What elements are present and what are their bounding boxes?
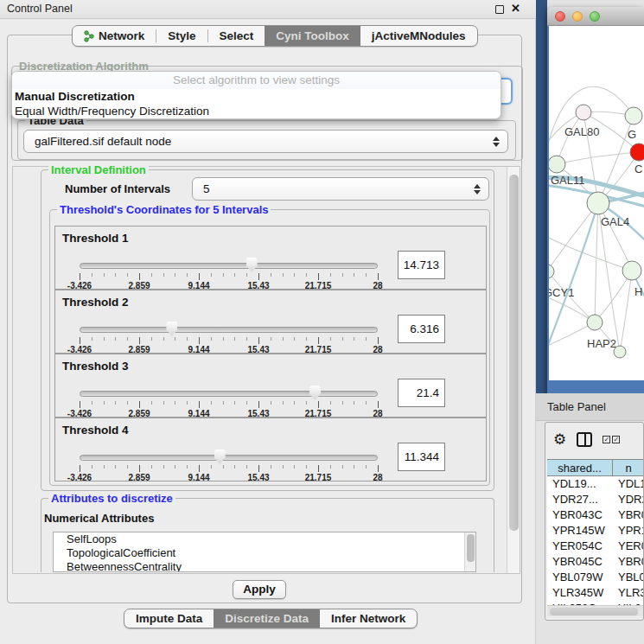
tick-mark (115, 401, 116, 405)
vertical-scrollbar[interactable] (507, 167, 520, 573)
slider-thumb[interactable] (246, 258, 258, 272)
network-node[interactable] (622, 261, 641, 280)
algorithm-option[interactable]: Equal Width/Frequency Discretization (12, 104, 501, 118)
table-row[interactable]: YBR043CYBR0 (547, 507, 644, 523)
network-canvas[interactable]: GAL80GCGAL11GAL4GCY1HHAP2 (549, 26, 644, 380)
slider-thumb[interactable] (309, 386, 321, 400)
tick-mark (318, 337, 319, 344)
network-node[interactable] (587, 192, 609, 214)
tick-mark (92, 273, 92, 277)
network-icon (84, 30, 94, 42)
tick-mark (127, 401, 128, 405)
bottom-tab-infer-network[interactable]: Infer Network (320, 609, 417, 628)
table-cell: YBR043C (547, 507, 613, 523)
slider-track[interactable] (80, 263, 378, 269)
table-row[interactable]: YER054CYER0 (547, 539, 644, 554)
table-row[interactable]: YBR045CYBR0 (547, 554, 644, 570)
threshold-block: Threshold 1-3.4262.8599.14415.4321.71528… (54, 226, 487, 290)
table-data-combobox[interactable]: galFiltered.sif default node (23, 130, 508, 153)
tab-jactivemnodules[interactable]: jActiveMNodules (360, 26, 477, 46)
tick-mark (139, 465, 140, 472)
tick-mark (342, 337, 343, 341)
numerical-attributes-list[interactable]: SelfLoopsTopologicalCoefficientBetweenne… (53, 532, 476, 572)
threshold-value-field[interactable]: 14.713 (398, 251, 445, 279)
number-of-intervals-combobox[interactable]: 5 (192, 177, 489, 201)
network-node[interactable] (576, 105, 591, 120)
algorithm-option[interactable]: Manual Discretization (12, 89, 501, 104)
slider-track[interactable] (80, 327, 378, 333)
threshold-label: Threshold 2 (62, 296, 129, 309)
float-window-icon[interactable] (495, 5, 504, 14)
tick-mark (223, 337, 224, 341)
threshold-value-field[interactable]: 21.4 (398, 379, 445, 407)
tick-mark (104, 401, 105, 405)
table-cell: YDR27... (547, 492, 613, 507)
tick-label: 2.859 (128, 473, 150, 482)
checkbox-columns-icon[interactable]: ✓✓ (603, 436, 620, 443)
slider-thumb[interactable] (214, 450, 226, 464)
tick-mark (378, 401, 379, 408)
zoom-traffic-light-icon[interactable] (590, 11, 600, 22)
table-cell: YDL1 (613, 476, 644, 492)
attribute-list-item[interactable]: TopologicalCoefficient (54, 546, 475, 560)
tick-mark (342, 401, 343, 405)
tick-mark (258, 465, 259, 472)
close-icon[interactable]: ✕ (511, 2, 520, 15)
close-traffic-light-icon[interactable] (555, 11, 565, 22)
column-header[interactable]: n (613, 460, 644, 475)
slider-thumb[interactable] (166, 322, 177, 336)
tab-network[interactable]: Network (73, 26, 156, 46)
table-panel-bar: Table Panel (536, 393, 644, 421)
network-node[interactable] (630, 143, 644, 161)
table-cell: YER0 (613, 539, 644, 554)
apply-button[interactable]: Apply (233, 580, 286, 599)
minimize-traffic-light-icon[interactable] (572, 11, 583, 22)
list-scrollbar[interactable] (464, 532, 475, 571)
table-cell: YLR3 (613, 585, 644, 601)
panel-title: Control Panel (7, 3, 73, 15)
table-row[interactable]: YPR145WYPR1 (547, 523, 644, 539)
bottom-tab-discretize-data[interactable]: Discretize Data (214, 609, 320, 628)
network-node-label: GAL11 (551, 174, 585, 187)
scrollbar-thumb[interactable] (550, 608, 638, 615)
attribute-list-item[interactable]: BetweennessCentrality (54, 560, 475, 572)
tab-style[interactable]: Style (156, 26, 207, 46)
network-node[interactable] (625, 107, 642, 124)
network-node-label: C (634, 163, 642, 175)
table-panel: ⚙ ✓✓ shared...nYDL19...YDL1YDR27...YDR2Y… (545, 422, 644, 621)
table-row[interactable]: YLR345WYLR3 (547, 585, 644, 601)
table-row[interactable]: YDL19...YDL1 (547, 476, 644, 492)
split-columns-icon[interactable] (577, 432, 592, 447)
tab-cyni-toolbox[interactable]: Cyni Toolbox (265, 26, 360, 46)
network-node[interactable] (549, 265, 554, 278)
network-node[interactable] (587, 315, 603, 330)
tick-mark (354, 401, 354, 405)
node-attribute-table[interactable]: shared...nYDL19...YDL1YDR27...YDR2YBR043… (547, 459, 644, 606)
scrollbar-thumb[interactable] (467, 534, 475, 562)
network-node[interactable] (549, 156, 565, 173)
tab-select[interactable]: Select (208, 26, 265, 46)
bottom-tab-impute-data[interactable]: Impute Data (124, 609, 214, 628)
tick-mark (294, 465, 295, 469)
network-node[interactable] (614, 346, 626, 358)
table-cell: YLR345W (547, 585, 613, 601)
table-row[interactable]: YBL079WYBL0 (547, 570, 644, 585)
threshold-value-field[interactable]: 11.344 (398, 443, 445, 471)
slider-track[interactable] (80, 455, 378, 461)
horizontal-scrollbar[interactable] (547, 605, 643, 616)
cyni-mode-tabbar: Impute DataDiscretize DataInfer Network (124, 609, 418, 628)
network-node-label: H (634, 285, 642, 298)
gear-icon[interactable]: ⚙ (553, 432, 566, 447)
threshold-value-field[interactable]: 6.316 (398, 315, 445, 343)
attribute-list-item[interactable]: SelfLoops (54, 532, 475, 546)
table-cell: YBL079W (547, 570, 613, 585)
tick-mark (80, 337, 80, 344)
column-header[interactable]: shared... (547, 460, 613, 475)
slider-track[interactable] (80, 391, 378, 397)
table-cell: YBR045C (547, 554, 613, 570)
threshold-block: Threshold 4-3.4262.8599.14415.4321.71528… (54, 418, 487, 481)
tick-mark (271, 273, 271, 277)
table-row[interactable]: YDR27...YDR2 (547, 492, 644, 507)
tick-mark (246, 273, 247, 277)
scrollbar-thumb[interactable] (509, 175, 519, 531)
